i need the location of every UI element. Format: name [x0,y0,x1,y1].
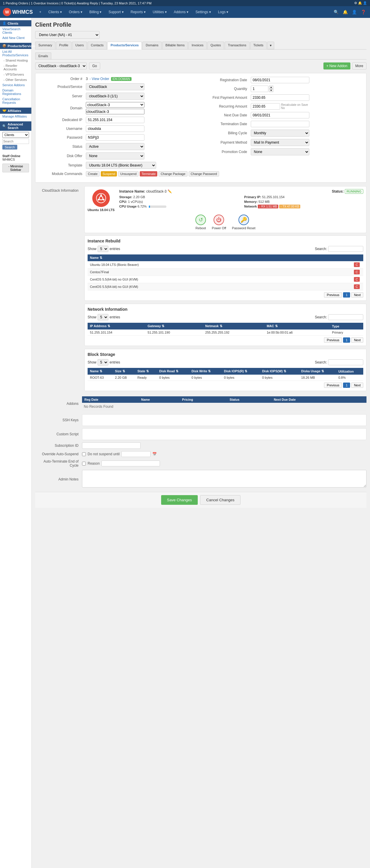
bs-next-btn[interactable]: Next [351,382,363,388]
power-off-btn[interactable]: ⏻ Power Off [212,215,226,230]
bs-col-iops-r[interactable]: Disk IOPS(R) ⇅ [222,368,260,375]
bs-col-iops-w[interactable]: Disk IOPS(W) ⇅ [260,368,299,375]
search-icon-btn[interactable]: 🔍 [333,8,340,16]
tab-quotes[interactable]: Quotes [207,42,224,49]
minimize-sidebar-btn[interactable]: - Minimise Sidebar [2,163,29,173]
tab-contacts[interactable]: Contacts [88,42,107,49]
view-order-link[interactable]: - View Order [90,77,109,81]
dedicated-ip-input[interactable] [86,117,144,123]
cmd-unsuspend[interactable]: Unsuspend [118,171,139,177]
bs-prev-btn[interactable]: Previous [324,382,342,388]
search-button[interactable]: Search [2,145,17,150]
server-selector[interactable]: CloudStack - cloudStack-3 [35,62,87,69]
net-col-gateway[interactable]: Gateway ⇅ [145,323,203,330]
tab-emails[interactable]: Emails [35,53,51,59]
auto-suspend-date[interactable] [121,451,150,457]
domain-select[interactable]: cloudStack-3 [86,102,144,107]
reboot-btn[interactable]: ↺ Reboot [195,215,206,230]
tab-more[interactable]: ▾ [267,42,274,49]
block-storage-show-select[interactable]: 5 [98,359,108,366]
notifications-btn[interactable]: 🔔 [342,8,349,16]
recurring-input[interactable] [251,103,280,110]
user-btn[interactable]: 👤 [351,8,358,16]
block-storage-search-input[interactable] [328,360,363,365]
rebuild-btn-2[interactable]: C [354,270,360,274]
username-input[interactable] [86,125,144,132]
sidebar-link-affiliates[interactable]: Manage Affiliates [0,114,31,119]
net-col-type[interactable]: Type [330,323,363,330]
network-search-input[interactable] [328,314,363,320]
sidebar-link-reseller[interactable]: - Reseller Accounts [1,63,31,72]
tab-summary[interactable]: Summary [35,42,55,49]
bs-page-1[interactable]: 1 [343,382,350,388]
admin-notes-textarea[interactable] [82,470,367,488]
nav-reports[interactable]: Reports ▾ [127,7,149,17]
sidebar-link-cancellations[interactable]: Cancellation Requests [0,96,31,105]
rebuild-btn-1[interactable]: C [354,262,360,267]
network-show-select[interactable]: 5 [98,314,108,320]
tab-invoices[interactable]: Invoices [189,42,206,49]
network-page-1[interactable]: 1 [343,337,350,343]
bs-col-usage[interactable]: Diska Usage ⇅ [299,368,336,375]
rebuild-show-select[interactable]: 5 [98,246,108,252]
bs-col-read[interactable]: Disk Read ⇅ [157,368,189,375]
client-selector[interactable]: Demo User (NA) - #1 [35,31,100,39]
nav-support[interactable]: Support ▾ [105,7,127,17]
promo-select[interactable]: None [251,148,309,155]
payment-method-select[interactable]: Mail In Payment [251,139,309,146]
tab-profile[interactable]: Profile [56,42,71,49]
status-select[interactable]: Active [86,143,144,150]
password-reset-btn[interactable]: 🔑 Password Reset [232,215,256,230]
net-col-netmask[interactable]: Netmask ⇅ [203,323,265,330]
new-addon-button[interactable]: + New Addon [324,62,350,69]
cmd-suspend[interactable]: Suspend [101,171,117,177]
product-select[interactable]: CloudStack [86,83,144,90]
template-select[interactable]: Ubuntu 18.04 LTS (Bionic Beaver) [86,162,156,169]
quantity-input[interactable] [251,86,268,92]
bs-col-name[interactable]: Name ⇅ [88,368,113,375]
more-button[interactable]: More [352,62,367,69]
domain-input[interactable] [86,109,144,114]
sidebar-link-service-addons[interactable]: Service Addons [0,82,31,88]
bs-col-util[interactable]: Utilization [336,368,363,375]
nav-orders[interactable]: Orders ▾ [65,7,86,17]
cancel-changes-btn[interactable]: Cancel Changes [200,495,240,505]
subscription-input[interactable] [82,442,141,449]
quantity-down[interactable]: ▼ [269,89,274,92]
reg-date-input[interactable] [251,77,309,83]
password-input[interactable] [86,134,144,141]
nav-billing[interactable]: Billing ▾ [86,7,105,17]
net-col-ip[interactable]: IP Address ⇅ [88,323,145,330]
net-col-mac[interactable]: MAC ⇅ [264,323,330,330]
tab-billable[interactable]: Billable Items [162,42,188,49]
save-changes-btn[interactable]: Save Changes [161,495,198,505]
sidebar-link-list-products[interactable]: List All Products/Services [0,49,31,58]
rebuild-search-input[interactable] [328,246,363,252]
calendar-icon[interactable]: 📅 [152,452,157,456]
auto-terminate-checkbox[interactable] [82,462,86,466]
nav-plus[interactable]: + [36,7,45,17]
nav-utilities[interactable]: Utilities ▾ [149,7,170,17]
auto-suspend-checkbox[interactable] [82,452,86,456]
bs-col-size[interactable]: Size ⇅ [113,368,135,375]
billing-cycle-select[interactable]: Monthly [251,130,309,136]
rebuild-page-1[interactable]: 1 [343,292,350,298]
nav-logs[interactable]: Logs ▾ [214,7,232,17]
sidebar-link-view-clients[interactable]: View/Search Clients [0,26,31,35]
next-due-input[interactable] [251,112,309,118]
go-button[interactable]: Go [89,62,100,69]
bs-col-state[interactable]: State ⇅ [135,368,157,375]
rebuild-btn-4[interactable]: C [354,284,360,289]
search-type-select[interactable]: Clients Client Name [2,132,29,138]
cmd-change-password[interactable]: Change Password [189,171,219,177]
tab-products[interactable]: Products/Services [107,42,142,50]
rebuild-next-btn[interactable]: Next [351,292,363,298]
rebuild-btn-3[interactable]: C [354,277,360,282]
nav-clients[interactable]: Clients ▾ [45,7,65,17]
sidebar-link-add-client[interactable]: Add New Client [0,35,31,40]
rebuild-col-name[interactable]: Name ⇅ [88,254,351,261]
sidebar-link-vps[interactable]: - VPS/Servers [1,72,31,77]
sidebar-link-other[interactable]: - Other Services [1,77,31,82]
nav-addons[interactable]: Addons ▾ [170,7,192,17]
tab-transactions[interactable]: Transactions [225,42,249,49]
